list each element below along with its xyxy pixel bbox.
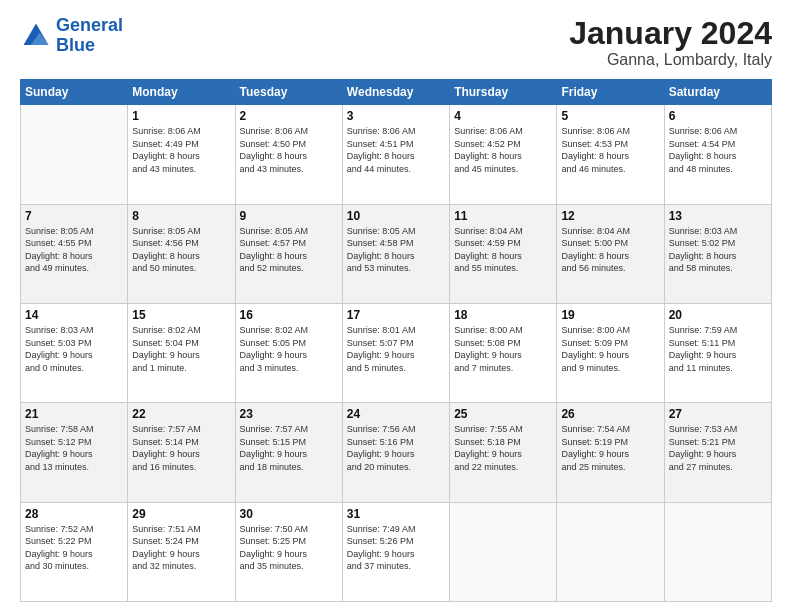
day-number: 12 (561, 209, 659, 223)
day-info: Sunrise: 7:56 AMSunset: 5:16 PMDaylight:… (347, 423, 445, 473)
day-cell: 5Sunrise: 8:06 AMSunset: 4:53 PMDaylight… (557, 105, 664, 204)
day-info: Sunrise: 8:05 AMSunset: 4:55 PMDaylight:… (25, 225, 123, 275)
day-number: 28 (25, 507, 123, 521)
day-cell: 29Sunrise: 7:51 AMSunset: 5:24 PMDayligh… (128, 502, 235, 601)
day-cell: 17Sunrise: 8:01 AMSunset: 5:07 PMDayligh… (342, 303, 449, 402)
day-info: Sunrise: 7:50 AMSunset: 5:25 PMDaylight:… (240, 523, 338, 573)
day-cell: 13Sunrise: 8:03 AMSunset: 5:02 PMDayligh… (664, 204, 771, 303)
day-info: Sunrise: 7:57 AMSunset: 5:15 PMDaylight:… (240, 423, 338, 473)
day-cell: 8Sunrise: 8:05 AMSunset: 4:56 PMDaylight… (128, 204, 235, 303)
day-cell: 1Sunrise: 8:06 AMSunset: 4:49 PMDaylight… (128, 105, 235, 204)
day-cell: 14Sunrise: 8:03 AMSunset: 5:03 PMDayligh… (21, 303, 128, 402)
day-info: Sunrise: 8:00 AMSunset: 5:08 PMDaylight:… (454, 324, 552, 374)
day-info: Sunrise: 8:02 AMSunset: 5:04 PMDaylight:… (132, 324, 230, 374)
day-number: 25 (454, 407, 552, 421)
day-cell: 15Sunrise: 8:02 AMSunset: 5:04 PMDayligh… (128, 303, 235, 402)
week-row-3: 14Sunrise: 8:03 AMSunset: 5:03 PMDayligh… (21, 303, 772, 402)
day-number: 29 (132, 507, 230, 521)
day-header-monday: Monday (128, 80, 235, 105)
day-info: Sunrise: 8:06 AMSunset: 4:52 PMDaylight:… (454, 125, 552, 175)
day-number: 4 (454, 109, 552, 123)
day-cell: 19Sunrise: 8:00 AMSunset: 5:09 PMDayligh… (557, 303, 664, 402)
day-number: 2 (240, 109, 338, 123)
day-info: Sunrise: 7:49 AMSunset: 5:26 PMDaylight:… (347, 523, 445, 573)
day-number: 31 (347, 507, 445, 521)
day-number: 14 (25, 308, 123, 322)
day-number: 19 (561, 308, 659, 322)
day-cell: 25Sunrise: 7:55 AMSunset: 5:18 PMDayligh… (450, 403, 557, 502)
day-info: Sunrise: 8:00 AMSunset: 5:09 PMDaylight:… (561, 324, 659, 374)
day-info: Sunrise: 8:05 AMSunset: 4:58 PMDaylight:… (347, 225, 445, 275)
day-number: 26 (561, 407, 659, 421)
day-number: 30 (240, 507, 338, 521)
day-cell: 2Sunrise: 8:06 AMSunset: 4:50 PMDaylight… (235, 105, 342, 204)
day-header-friday: Friday (557, 80, 664, 105)
day-info: Sunrise: 7:51 AMSunset: 5:24 PMDaylight:… (132, 523, 230, 573)
month-title: January 2024 (569, 16, 772, 51)
day-cell: 20Sunrise: 7:59 AMSunset: 5:11 PMDayligh… (664, 303, 771, 402)
day-number: 17 (347, 308, 445, 322)
day-cell: 28Sunrise: 7:52 AMSunset: 5:22 PMDayligh… (21, 502, 128, 601)
day-cell: 6Sunrise: 8:06 AMSunset: 4:54 PMDaylight… (664, 105, 771, 204)
week-row-5: 28Sunrise: 7:52 AMSunset: 5:22 PMDayligh… (21, 502, 772, 601)
day-number: 22 (132, 407, 230, 421)
day-info: Sunrise: 7:59 AMSunset: 5:11 PMDaylight:… (669, 324, 767, 374)
day-info: Sunrise: 7:54 AMSunset: 5:19 PMDaylight:… (561, 423, 659, 473)
day-number: 8 (132, 209, 230, 223)
day-info: Sunrise: 8:01 AMSunset: 5:07 PMDaylight:… (347, 324, 445, 374)
day-number: 27 (669, 407, 767, 421)
day-number: 20 (669, 308, 767, 322)
header: General Blue January 2024 Ganna, Lombard… (20, 16, 772, 69)
day-number: 21 (25, 407, 123, 421)
day-info: Sunrise: 8:05 AMSunset: 4:56 PMDaylight:… (132, 225, 230, 275)
header-row: SundayMondayTuesdayWednesdayThursdayFrid… (21, 80, 772, 105)
day-number: 18 (454, 308, 552, 322)
page: General Blue January 2024 Ganna, Lombard… (0, 0, 792, 612)
day-header-thursday: Thursday (450, 80, 557, 105)
day-info: Sunrise: 8:04 AMSunset: 4:59 PMDaylight:… (454, 225, 552, 275)
day-number: 13 (669, 209, 767, 223)
calendar: SundayMondayTuesdayWednesdayThursdayFrid… (20, 79, 772, 602)
day-cell (557, 502, 664, 601)
day-number: 1 (132, 109, 230, 123)
day-number: 24 (347, 407, 445, 421)
week-row-1: 1Sunrise: 8:06 AMSunset: 4:49 PMDaylight… (21, 105, 772, 204)
day-cell: 18Sunrise: 8:00 AMSunset: 5:08 PMDayligh… (450, 303, 557, 402)
logo-blue: Blue (56, 35, 95, 55)
day-info: Sunrise: 8:03 AMSunset: 5:02 PMDaylight:… (669, 225, 767, 275)
day-info: Sunrise: 8:04 AMSunset: 5:00 PMDaylight:… (561, 225, 659, 275)
logo-general: General (56, 15, 123, 35)
day-info: Sunrise: 7:52 AMSunset: 5:22 PMDaylight:… (25, 523, 123, 573)
logo-text: General Blue (56, 16, 123, 56)
day-number: 5 (561, 109, 659, 123)
day-header-tuesday: Tuesday (235, 80, 342, 105)
day-cell: 30Sunrise: 7:50 AMSunset: 5:25 PMDayligh… (235, 502, 342, 601)
day-cell: 3Sunrise: 8:06 AMSunset: 4:51 PMDaylight… (342, 105, 449, 204)
day-cell: 27Sunrise: 7:53 AMSunset: 5:21 PMDayligh… (664, 403, 771, 502)
day-cell: 23Sunrise: 7:57 AMSunset: 5:15 PMDayligh… (235, 403, 342, 502)
day-cell (21, 105, 128, 204)
day-cell: 16Sunrise: 8:02 AMSunset: 5:05 PMDayligh… (235, 303, 342, 402)
day-header-sunday: Sunday (21, 80, 128, 105)
day-cell: 12Sunrise: 8:04 AMSunset: 5:00 PMDayligh… (557, 204, 664, 303)
day-info: Sunrise: 8:06 AMSunset: 4:53 PMDaylight:… (561, 125, 659, 175)
day-info: Sunrise: 8:06 AMSunset: 4:49 PMDaylight:… (132, 125, 230, 175)
day-number: 10 (347, 209, 445, 223)
day-number: 15 (132, 308, 230, 322)
day-number: 23 (240, 407, 338, 421)
day-info: Sunrise: 8:06 AMSunset: 4:51 PMDaylight:… (347, 125, 445, 175)
day-info: Sunrise: 8:05 AMSunset: 4:57 PMDaylight:… (240, 225, 338, 275)
day-info: Sunrise: 7:58 AMSunset: 5:12 PMDaylight:… (25, 423, 123, 473)
day-info: Sunrise: 8:06 AMSunset: 4:54 PMDaylight:… (669, 125, 767, 175)
location: Ganna, Lombardy, Italy (569, 51, 772, 69)
day-info: Sunrise: 7:57 AMSunset: 5:14 PMDaylight:… (132, 423, 230, 473)
day-info: Sunrise: 8:06 AMSunset: 4:50 PMDaylight:… (240, 125, 338, 175)
day-number: 3 (347, 109, 445, 123)
day-number: 7 (25, 209, 123, 223)
day-cell: 24Sunrise: 7:56 AMSunset: 5:16 PMDayligh… (342, 403, 449, 502)
day-number: 16 (240, 308, 338, 322)
day-header-saturday: Saturday (664, 80, 771, 105)
day-cell: 10Sunrise: 8:05 AMSunset: 4:58 PMDayligh… (342, 204, 449, 303)
day-cell: 4Sunrise: 8:06 AMSunset: 4:52 PMDaylight… (450, 105, 557, 204)
day-info: Sunrise: 8:02 AMSunset: 5:05 PMDaylight:… (240, 324, 338, 374)
